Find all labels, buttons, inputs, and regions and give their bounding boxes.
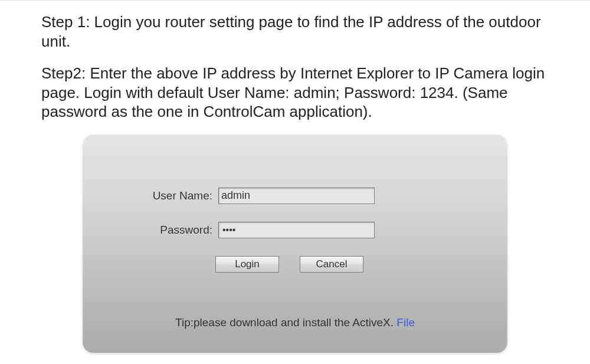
file-link[interactable]: File [396,316,415,329]
username-input[interactable] [218,188,375,204]
login-button[interactable]: Login [215,256,279,273]
password-input[interactable] [218,222,375,238]
tip-text: Tip:please download and install the Acti… [175,316,396,329]
login-panel: User Name: Password: Login Cancel Tip:pl… [83,135,507,353]
username-label: User Name: [124,189,218,202]
cancel-button[interactable]: Cancel [300,256,363,273]
document-body: Step 1: Login you router setting page to… [0,1,590,353]
username-row: User Name: [83,188,507,204]
step1-text: Step 1: Login you router setting page to… [41,12,549,51]
button-row: Login Cancel [83,256,507,273]
password-label: Password: [124,224,218,237]
password-row: Password: [83,222,507,238]
step2-text: Step2: Enter the above IP address by Int… [41,64,549,122]
tip-row: Tip:please download and install the Acti… [83,316,507,329]
